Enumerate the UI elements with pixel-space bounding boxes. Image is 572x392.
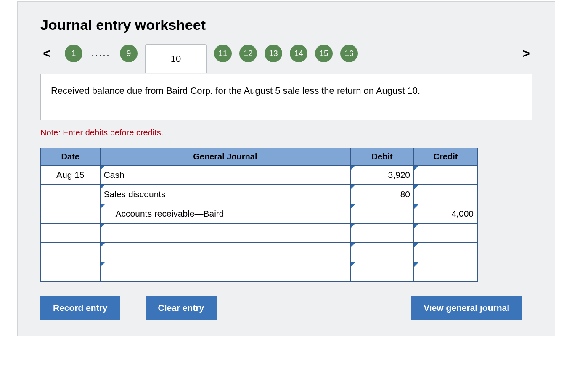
debit-cell[interactable] <box>350 204 414 223</box>
note-text: Note: Enter debits before credits. <box>40 128 532 138</box>
header-journal: General Journal <box>100 148 351 165</box>
tab-13[interactable]: 13 <box>265 45 282 62</box>
debit-cell[interactable] <box>350 223 414 243</box>
action-bar: Record entry Clear entry View general jo… <box>40 296 522 320</box>
tab-12[interactable]: 12 <box>239 45 257 62</box>
journal-table: Date General Journal Debit Credit Aug 15… <box>40 148 478 282</box>
account-cell[interactable] <box>100 223 351 243</box>
debit-cell[interactable]: 3,920 <box>350 165 414 185</box>
clear-entry-button[interactable]: Clear entry <box>146 296 217 320</box>
date-cell[interactable] <box>41 262 100 281</box>
date-cell[interactable] <box>41 204 100 223</box>
credit-cell[interactable] <box>414 165 477 185</box>
header-credit: Credit <box>414 148 477 165</box>
tab-16[interactable]: 16 <box>340 45 358 62</box>
account-cell[interactable] <box>100 262 351 281</box>
tab-14[interactable]: 14 <box>290 45 307 62</box>
table-row: Accounts receivable—Baird4,000 <box>41 204 477 223</box>
table-row <box>41 262 477 281</box>
worksheet-panel: Journal entry worksheet < 1.....91011121… <box>17 1 555 336</box>
tab-15[interactable]: 15 <box>315 45 333 62</box>
credit-cell[interactable]: 4,000 <box>414 204 477 223</box>
table-row <box>41 223 477 243</box>
header-date: Date <box>41 148 100 165</box>
date-cell[interactable] <box>41 243 100 262</box>
table-row: Aug 15Cash3,920 <box>41 165 477 185</box>
date-cell[interactable]: Aug 15 <box>41 165 100 185</box>
credit-cell[interactable] <box>414 262 477 281</box>
table-row <box>41 243 477 262</box>
header-debit: Debit <box>350 148 414 165</box>
page-title: Journal entry worksheet <box>40 17 532 33</box>
account-cell[interactable] <box>100 243 351 262</box>
tab-ellipsis: ..... <box>92 49 111 58</box>
record-entry-button[interactable]: Record entry <box>40 296 120 320</box>
view-general-journal-button[interactable]: View general journal <box>411 296 522 320</box>
credit-cell[interactable] <box>414 243 477 262</box>
table-row: Sales discounts80 <box>41 185 477 204</box>
debit-cell[interactable]: 80 <box>350 185 414 204</box>
debit-cell[interactable] <box>350 243 414 262</box>
prev-arrow[interactable]: < <box>40 46 53 61</box>
transaction-description: Received balance due from Baird Corp. fo… <box>40 74 532 120</box>
account-cell[interactable]: Cash <box>100 165 351 185</box>
tab-10[interactable]: 10 <box>145 44 207 73</box>
tab-1[interactable]: 1 <box>65 45 82 62</box>
account-cell[interactable]: Accounts receivable—Baird <box>100 204 351 223</box>
date-cell[interactable] <box>41 185 100 204</box>
tab-navigator: < 1.....910111213141516 > <box>40 41 532 74</box>
account-cell[interactable]: Sales discounts <box>100 185 351 204</box>
debit-cell[interactable] <box>350 262 414 281</box>
date-cell[interactable] <box>41 223 100 243</box>
next-arrow[interactable]: > <box>520 46 532 61</box>
credit-cell[interactable] <box>414 223 477 243</box>
tab-9[interactable]: 9 <box>120 45 138 62</box>
credit-cell[interactable] <box>414 185 477 204</box>
tab-11[interactable]: 11 <box>214 45 232 62</box>
